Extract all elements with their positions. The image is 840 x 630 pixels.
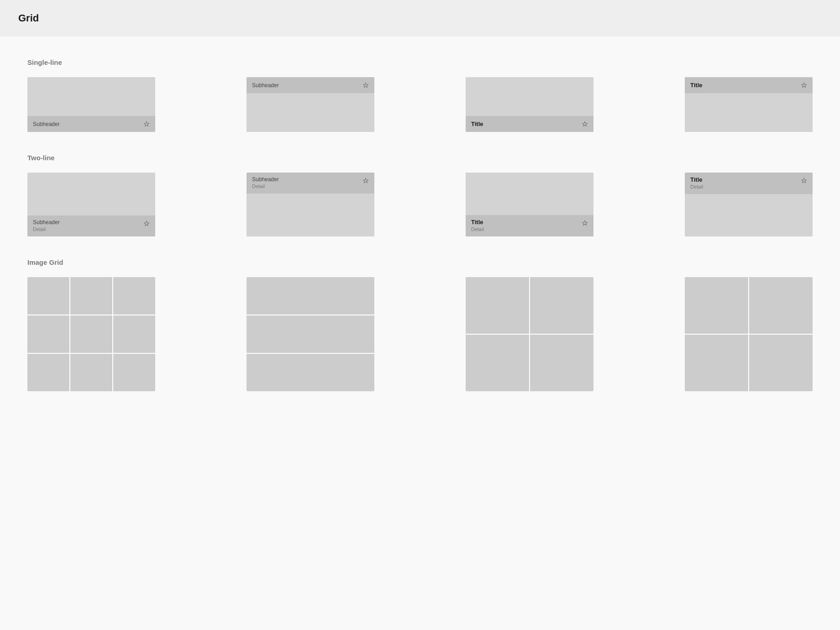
single-card-4: Title ☆ [685, 77, 813, 132]
grid-cell [466, 335, 529, 391]
grid-2x2 [466, 277, 593, 391]
grid-cell [27, 277, 69, 315]
card-detail-label: Detail [690, 184, 703, 189]
grid-2col-tall [685, 277, 813, 391]
grid-cell [70, 277, 112, 315]
star-icon[interactable]: ☆ [801, 176, 807, 185]
app-header: Grid [0, 0, 840, 37]
header-row: Subheader Detail ☆ [252, 176, 369, 189]
card-header-two: Title Detail ☆ [685, 173, 813, 194]
card-text-block: Subheader Detail [252, 176, 279, 189]
grid-3x3 [27, 277, 155, 391]
card-image-area [685, 93, 813, 132]
grid-cell [685, 335, 748, 391]
star-icon[interactable]: ☆ [362, 176, 369, 185]
card-detail-label: Detail [33, 226, 60, 232]
star-icon[interactable]: ☆ [143, 120, 150, 128]
grid-cell [685, 277, 748, 334]
card-text-block: Title Detail [690, 176, 703, 189]
section-image-grid-title: Image Grid [27, 258, 813, 266]
image-grid-card-2col-tall [685, 277, 813, 391]
grid-cell [466, 277, 529, 334]
section-two-line-title: Two-line [27, 154, 813, 162]
card-text-block: Title Detail [471, 219, 484, 232]
section-single-line-title: Single-line [27, 58, 813, 66]
image-grid-card-3x3 [27, 277, 155, 391]
card-header-two: Subheader Detail ☆ [247, 173, 374, 194]
card-text-block: Subheader Detail [33, 219, 60, 232]
single-line-grid: Subheader ☆ Subheader ☆ Title ☆ [27, 77, 813, 132]
two-card-1: Subheader Detail ☆ [27, 173, 155, 236]
footer-row: Title Detail ☆ [471, 219, 588, 232]
card-detail-label: Detail [471, 226, 484, 232]
section-single-line: Single-line Subheader ☆ Subheader ☆ [27, 58, 813, 132]
grid-cell [749, 335, 813, 391]
card-footer: Title ☆ [466, 116, 593, 132]
page-title: Grid [18, 12, 39, 24]
card-image-area [27, 77, 155, 116]
card-footer: Subheader ☆ [27, 116, 155, 132]
star-icon[interactable]: ☆ [582, 120, 588, 128]
grid-cell [113, 277, 155, 315]
grid-cell [70, 354, 112, 391]
card-image-area [466, 173, 593, 215]
image-grid-card-1col [247, 277, 374, 391]
grid-cell [27, 354, 69, 391]
star-icon[interactable]: ☆ [143, 219, 150, 228]
section-image-grid: Image Grid [27, 258, 813, 391]
single-card-1: Subheader ☆ [27, 77, 155, 132]
section-two-line: Two-line Subheader Detail ☆ [27, 154, 813, 236]
card-subheader-label: Subheader [33, 219, 60, 226]
card-subheader-label: Subheader [252, 176, 279, 183]
grid-1col [247, 277, 374, 391]
header-row: Title Detail ☆ [690, 176, 807, 189]
two-card-2: Subheader Detail ☆ [247, 173, 374, 236]
two-line-grid: Subheader Detail ☆ Subheader Detail [27, 173, 813, 236]
card-title-label: Title [471, 219, 484, 226]
card-image-area [247, 93, 374, 132]
card-footer-two: Subheader Detail ☆ [27, 215, 155, 236]
grid-cell [70, 315, 112, 353]
grid-cell [113, 315, 155, 353]
grid-cell [530, 335, 593, 391]
card-footer-two: Title Detail ☆ [466, 215, 593, 236]
card-image-area [27, 173, 155, 215]
card-image-area [247, 194, 374, 236]
two-card-4: Title Detail ☆ [685, 173, 813, 236]
single-card-3: Title ☆ [466, 77, 593, 132]
star-icon[interactable]: ☆ [801, 81, 807, 89]
grid-cell [247, 277, 374, 315]
card-detail-label: Detail [252, 184, 279, 189]
image-grid-row [27, 277, 813, 391]
star-icon[interactable]: ☆ [582, 219, 588, 227]
card-subheader-label: Subheader [33, 121, 60, 127]
card-header-bar: Title ☆ [685, 77, 813, 93]
grid-cell [247, 315, 374, 353]
card-header-bar: Subheader ☆ [247, 77, 374, 93]
card-title-label: Title [471, 121, 483, 127]
single-card-2: Subheader ☆ [247, 77, 374, 132]
grid-cell [247, 354, 374, 391]
card-image-area [685, 194, 813, 236]
card-title-label: Title [690, 82, 703, 89]
grid-cell [113, 354, 155, 391]
two-card-3: Title Detail ☆ [466, 173, 593, 236]
grid-cell [27, 315, 69, 353]
image-grid-card-2x2 [466, 277, 593, 391]
grid-cell [530, 277, 593, 334]
footer-row: Subheader Detail ☆ [33, 219, 150, 232]
card-title-label: Title [690, 176, 703, 183]
main-content: Single-line Subheader ☆ Subheader ☆ [0, 37, 840, 435]
star-icon[interactable]: ☆ [362, 81, 369, 89]
card-subheader-label: Subheader [252, 82, 279, 89]
card-image-area [466, 77, 593, 116]
grid-cell [749, 277, 813, 334]
